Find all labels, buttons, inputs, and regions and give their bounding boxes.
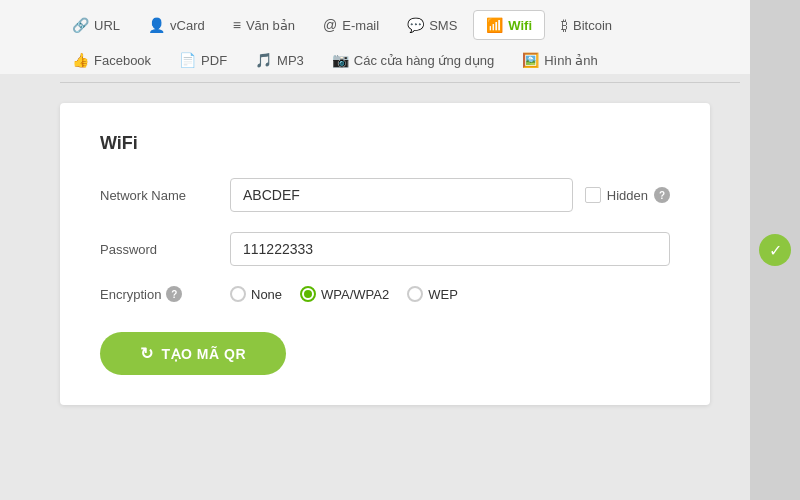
hidden-section: Hidden ? <box>585 187 670 203</box>
tab-mp3-label: MP3 <box>277 53 304 68</box>
encryption-label: Encryption ? <box>100 286 230 302</box>
tab-vanban[interactable]: ≡ Văn bản <box>221 11 307 39</box>
refresh-icon: ↻ <box>140 344 154 363</box>
hidden-label: Hidden <box>607 188 648 203</box>
wifi-icon: 📶 <box>486 17 503 33</box>
url-icon: 🔗 <box>72 17 89 33</box>
radio-none-outer <box>230 286 246 302</box>
tab-vanban-label: Văn bản <box>246 18 295 33</box>
encryption-radio-group: None WPA/WPA2 WEP <box>230 286 458 302</box>
pdf-icon: 📄 <box>179 52 196 68</box>
tab-wifi[interactable]: 📶 Wifi <box>473 10 545 40</box>
vcard-icon: 👤 <box>148 17 165 33</box>
main-content: WiFi Network Name Hidden ? Password Encr… <box>0 83 800 425</box>
radio-wep-label: WEP <box>428 287 458 302</box>
email-icon: @ <box>323 17 337 33</box>
tab-bitcoin[interactable]: ₿ Bitcoin <box>549 11 624 39</box>
radio-wpa-label: WPA/WPA2 <box>321 287 389 302</box>
sms-icon: 💬 <box>407 17 424 33</box>
apps-icon: 📷 <box>332 52 349 68</box>
password-row: Password <box>100 232 670 266</box>
network-name-row: Network Name Hidden ? <box>100 178 670 212</box>
password-input[interactable] <box>230 232 670 266</box>
hidden-checkbox[interactable] <box>585 187 601 203</box>
wifi-card-title: WiFi <box>100 133 670 154</box>
tab-pdf[interactable]: 📄 PDF <box>167 46 239 74</box>
network-name-label: Network Name <box>100 188 230 203</box>
tab-apps[interactable]: 📷 Các cửa hàng ứng dụng <box>320 46 506 74</box>
check-icon: ✓ <box>759 234 791 266</box>
password-label: Password <box>100 242 230 257</box>
bitcoin-icon: ₿ <box>561 17 568 33</box>
tab-vcard-label: vCard <box>170 18 205 33</box>
tab-email-label: E-mail <box>342 18 379 33</box>
radio-wep[interactable]: WEP <box>407 286 458 302</box>
radio-wpa-outer <box>300 286 316 302</box>
vanban-icon: ≡ <box>233 17 241 33</box>
facebook-icon: 👍 <box>72 52 89 68</box>
encryption-help-icon[interactable]: ? <box>166 286 182 302</box>
top-nav-area: 🔗 URL 👤 vCard ≡ Văn bản @ E-mail 💬 SMS 📶… <box>0 0 800 74</box>
tab-vcard[interactable]: 👤 vCard <box>136 11 217 39</box>
generate-qr-button[interactable]: ↻ TẠO MÃ QR <box>100 332 286 375</box>
network-name-input[interactable] <box>230 178 573 212</box>
tab-facebook-label: Facebook <box>94 53 151 68</box>
tab-sms[interactable]: 💬 SMS <box>395 11 469 39</box>
tabs-row-2: 👍 Facebook 📄 PDF 🎵 MP3 📷 Các cửa hàng ứn… <box>60 46 740 74</box>
tab-mp3[interactable]: 🎵 MP3 <box>243 46 316 74</box>
encryption-row: Encryption ? None WPA/WPA2 <box>100 286 670 302</box>
tab-url-label: URL <box>94 18 120 33</box>
tab-facebook[interactable]: 👍 Facebook <box>60 46 163 74</box>
right-sidebar: ✓ <box>750 0 800 500</box>
wifi-card: WiFi Network Name Hidden ? Password Encr… <box>60 103 710 405</box>
tab-bitcoin-label: Bitcoin <box>573 18 612 33</box>
tab-sms-label: SMS <box>429 18 457 33</box>
tab-url[interactable]: 🔗 URL <box>60 11 132 39</box>
tab-email[interactable]: @ E-mail <box>311 11 391 39</box>
tabs-row-1: 🔗 URL 👤 vCard ≡ Văn bản @ E-mail 💬 SMS 📶… <box>60 10 740 40</box>
radio-wep-outer <box>407 286 423 302</box>
tab-pdf-label: PDF <box>201 53 227 68</box>
generate-qr-label: TẠO MÃ QR <box>162 346 247 362</box>
tab-image-label: Hình ảnh <box>544 53 598 68</box>
mp3-icon: 🎵 <box>255 52 272 68</box>
tab-wifi-label: Wifi <box>508 18 532 33</box>
radio-wpa-inner <box>304 290 312 298</box>
radio-none[interactable]: None <box>230 286 282 302</box>
image-icon: 🖼️ <box>522 52 539 68</box>
radio-wpa[interactable]: WPA/WPA2 <box>300 286 389 302</box>
tab-apps-label: Các cửa hàng ứng dụng <box>354 53 494 68</box>
tab-image[interactable]: 🖼️ Hình ảnh <box>510 46 610 74</box>
radio-none-label: None <box>251 287 282 302</box>
hidden-help-icon[interactable]: ? <box>654 187 670 203</box>
